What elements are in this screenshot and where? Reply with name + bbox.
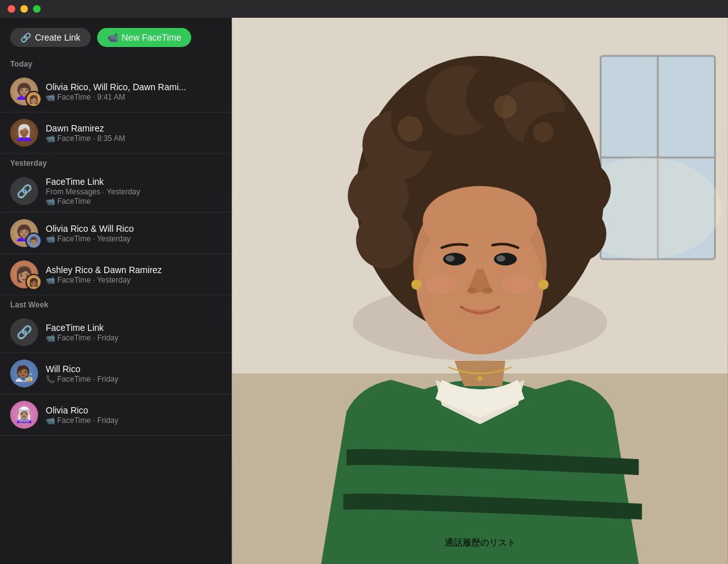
chain-link-icon: 🔗: [17, 184, 32, 199]
svg-point-31: [468, 288, 478, 294]
call-subtitle-olivia2: 📹 FaceTime · Friday: [46, 416, 221, 425]
avatar-stack-will: 🧑🏾‍🎨: [10, 359, 38, 387]
video-icon: 📹: [46, 416, 55, 425]
app-body: 🔗 Create Link 📹 New FaceTime Today 👩🏽‍🦱 …: [0, 18, 728, 564]
video-camera-icon: 📹: [107, 32, 118, 43]
call-info-olivia-will-dawn: Olivia Rico, Will Rico, Dawn Rami... 📹 F…: [46, 82, 221, 102]
svg-point-20: [551, 206, 607, 262]
video-icon: 📹: [46, 276, 55, 285]
svg-point-21: [398, 116, 423, 142]
minimize-button[interactable]: [20, 5, 28, 13]
call-name: Olivia Rico, Will Rico, Dawn Rami...: [46, 82, 221, 92]
right-panel: 通話履歴のリスト: [232, 18, 728, 564]
link-icon: 🔗: [20, 32, 31, 43]
svg-point-34: [502, 275, 534, 294]
new-facetime-label: New FaceTime: [122, 32, 182, 43]
call-subtitle-will: 📞 FaceTime · Friday: [46, 375, 221, 384]
call-subtitle-olivia-will: 📹 FaceTime · Yesterday: [46, 234, 221, 243]
call-name-olivia-will: Olivia Rico & Will Rico: [46, 224, 221, 234]
svg-point-26: [423, 186, 537, 256]
avatar-olivia-last: 🧝🏽‍♀️: [10, 401, 38, 429]
avatar-link-1: 🔗: [10, 177, 38, 205]
section-today-label: Today: [0, 55, 231, 71]
avatar-stack-ashley-dawn: 👩🏽 👩🏾: [10, 260, 38, 288]
call-info-dawn: Dawn Ramirez 📹 FaceTime · 8:35 AM: [46, 123, 221, 143]
svg-point-19: [356, 211, 414, 269]
call-info-link-2: FaceTime Link 📹 FaceTime · Friday: [46, 323, 221, 342]
video-icon: 📹: [46, 93, 55, 102]
call-subtitle-ashley-dawn: 📹 FaceTime · Yesterday: [46, 276, 221, 285]
call-name-link-2: FaceTime Link: [46, 323, 221, 333]
avatar-dawn: 👩🏾‍🦳: [10, 119, 38, 147]
avatar-link-2: 🔗: [10, 318, 38, 346]
call-detail: FaceTime · Yesterday: [57, 276, 131, 285]
svg-point-33: [426, 275, 458, 294]
avatar-will: 🧑🏾‍🎨: [10, 359, 38, 387]
call-item-dawn-ramirez[interactable]: 👩🏾‍🦳 Dawn Ramirez 📹 FaceTime · 8:35 AM: [0, 112, 231, 154]
avatar-stack-dawn: 👩🏾‍🦳: [10, 119, 38, 147]
call-subtitle: 📹 FaceTime · 9:41 AM: [46, 93, 221, 102]
call-name-ashley-dawn: Ashley Rico & Dawn Ramirez: [46, 265, 221, 275]
sidebar: 🔗 Create Link 📹 New FaceTime Today 👩🏽‍🦱 …: [0, 18, 232, 564]
avatar-stack-multi: 👩🏽‍🦱 👩🏽: [10, 77, 38, 105]
call-item-olivia-will-dawn[interactable]: 👩🏽‍🦱 👩🏽 Olivia Rico, Will Rico, Dawn Ram…: [0, 71, 231, 112]
avatar-stack-olivia2: 🧝🏽‍♀️: [10, 401, 38, 429]
call-item-olivia-rico[interactable]: 🧝🏽‍♀️ Olivia Rico 📹 FaceTime · Friday: [0, 394, 231, 436]
avatar-dawn-small2: 👩🏾: [25, 274, 42, 290]
call-info-link-1: FaceTime Link From Messages · Yesterday …: [46, 177, 221, 206]
svg-point-36: [539, 279, 549, 290]
call-detail: FaceTime · 8:35 AM: [57, 134, 125, 143]
create-link-button[interactable]: 🔗 Create Link: [10, 28, 91, 47]
call-subtitle-dawn: 📹 FaceTime · 8:35 AM: [46, 134, 221, 143]
svg-point-29: [446, 255, 455, 262]
call-detail: FaceTime: [57, 197, 91, 206]
call-detail: FaceTime · 9:41 AM: [57, 93, 125, 102]
chain-link-icon-2: 🔗: [17, 325, 32, 340]
call-name-will: Will Rico: [46, 364, 221, 374]
call-detail: FaceTime · Friday: [57, 333, 118, 342]
caption-label: 通話履歴のリスト: [445, 537, 516, 547]
call-item-facetime-link-1[interactable]: 🔗 FaceTime Link From Messages · Yesterda…: [0, 170, 231, 213]
svg-point-23: [534, 122, 554, 142]
call-item-will-rico[interactable]: 🧑🏾‍🎨 Will Rico 📞 FaceTime · Friday: [0, 353, 231, 394]
call-name-dawn: Dawn Ramirez: [46, 123, 221, 133]
svg-point-32: [483, 288, 493, 294]
call-info-olivia-will: Olivia Rico & Will Rico 📹 FaceTime · Yes…: [46, 224, 221, 243]
call-item-facetime-link-2[interactable]: 🔗 FaceTime Link 📹 FaceTime · Friday: [0, 312, 231, 353]
call-name-olivia2: Olivia Rico: [46, 405, 221, 415]
section-yesterday-label: Yesterday: [0, 154, 231, 170]
person-portrait-svg: [232, 18, 728, 564]
video-icon: 📹: [46, 197, 55, 206]
maximize-button[interactable]: [33, 5, 41, 13]
svg-point-35: [412, 279, 422, 290]
svg-point-22: [494, 95, 517, 118]
svg-point-30: [497, 255, 506, 262]
titlebar: [0, 0, 728, 18]
video-icon: 📹: [46, 234, 55, 243]
caption-text: 通話履歴のリスト: [445, 537, 516, 549]
phone-icon: 📞: [46, 375, 55, 384]
call-sub-link-1: From Messages · Yesterday: [46, 187, 221, 196]
call-detail: FaceTime · Yesterday: [57, 234, 131, 243]
call-detail: FaceTime · Friday: [57, 375, 118, 384]
call-subtitle-link-2: 📹 FaceTime · Friday: [46, 333, 221, 342]
new-facetime-button[interactable]: 📹 New FaceTime: [97, 28, 192, 47]
call-info-will: Will Rico 📞 FaceTime · Friday: [46, 364, 221, 384]
avatar-dawn-small: 👩🏽: [25, 91, 42, 107]
toolbar: 🔗 Create Link 📹 New FaceTime: [0, 18, 231, 55]
avatar-will-small: 👨🏽: [25, 232, 42, 249]
call-item-olivia-will[interactable]: 👩🏽‍🦱 👨🏽 Olivia Rico & Will Rico 📹 FaceTi…: [0, 213, 231, 254]
facetime-photo: [232, 18, 728, 564]
call-detail: FaceTime · Friday: [57, 416, 118, 425]
create-link-label: Create Link: [35, 32, 81, 43]
video-icon: 📹: [46, 134, 55, 143]
call-info-olivia2: Olivia Rico 📹 FaceTime · Friday: [46, 405, 221, 425]
svg-point-37: [478, 376, 483, 381]
call-name-link-1: FaceTime Link: [46, 177, 221, 187]
close-button[interactable]: [8, 5, 15, 13]
section-lastweek-label: Last Week: [0, 295, 231, 312]
call-item-ashley-dawn[interactable]: 👩🏽 👩🏾 Ashley Rico & Dawn Ramirez 📹 FaceT…: [0, 254, 231, 295]
video-icon: 📹: [46, 333, 55, 342]
avatar-stack-olivia-will: 👩🏽‍🦱 👨🏽: [10, 219, 38, 247]
call-subtitle-link-1: 📹 FaceTime: [46, 197, 221, 206]
